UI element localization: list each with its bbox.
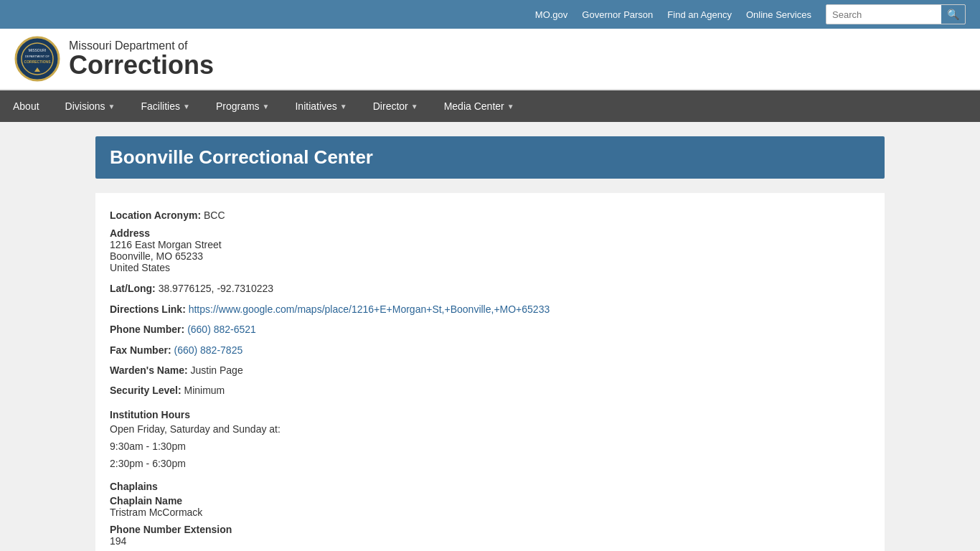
nav-initiatives[interactable]: Initiatives ▼ (282, 90, 359, 122)
svg-text:DEPARTMENT OF: DEPARTMENT OF (25, 55, 50, 58)
phone-label: Phone Number: (110, 324, 184, 335)
hours-morning: 9:30am - 1:30pm (110, 441, 870, 452)
search-wrapper: 🔍 (826, 4, 966, 24)
chevron-down-icon: ▼ (507, 103, 514, 110)
latlong-label: Lat/Long: (110, 283, 156, 294)
topbar-governor[interactable]: Governor Parson (582, 9, 653, 20)
address-label: Address (110, 227, 870, 239)
hours-intro: Open Friday, Saturday and Sunday at: (110, 423, 870, 435)
nav-about[interactable]: About (0, 90, 52, 122)
chaplains-header: Chaplains (110, 481, 870, 492)
header-text: Missouri Department of Corrections (69, 39, 214, 78)
latlong-value: 38.9776125, -92.7310223 (159, 283, 273, 294)
nav-facilities[interactable]: Facilities ▼ (128, 90, 203, 122)
directions-label: Directions Link: (110, 303, 186, 315)
nav-programs[interactable]: Programs ▼ (203, 90, 283, 122)
nav-media-center[interactable]: Media Center ▼ (431, 90, 527, 122)
address-line2: Boonville, MO 65233 (110, 250, 870, 262)
nav-divisions[interactable]: Divisions ▼ (52, 90, 128, 122)
page-title: Boonville Correctional Center (95, 136, 885, 179)
location-acronym-value: BCC (204, 209, 225, 221)
location-acronym-label: Location Acronym: (110, 209, 201, 221)
chevron-down-icon: ▼ (108, 103, 116, 110)
warden-value: Justin Page (191, 364, 243, 376)
chevron-down-icon: ▼ (183, 103, 190, 110)
chevron-down-icon: ▼ (263, 103, 270, 110)
chevron-down-icon: ▼ (340, 103, 347, 110)
institution-hours-header: Institution Hours (110, 409, 870, 420)
nav-director[interactable]: Director ▼ (360, 90, 431, 122)
phone-row: Phone Number: (660) 882-6521 (110, 321, 870, 337)
search-button[interactable]: 🔍 (941, 5, 965, 24)
address-line1: 1216 East Morgan Street (110, 239, 870, 250)
address-line3: United States (110, 262, 870, 273)
site-header: MISSOURI DEPARTMENT OF CORRECTIONS Misso… (0, 29, 980, 90)
topbar-find-agency[interactable]: Find an Agency (667, 9, 732, 20)
main-content: Boonville Correctional Center Location A… (81, 136, 899, 551)
security-label: Security Level: (110, 385, 182, 396)
main-nav: About Divisions ▼ Facilities ▼ Programs … (0, 90, 980, 122)
hours-afternoon: 2:30pm - 6:30pm (110, 458, 870, 469)
topbar-online-services[interactable]: Online Services (746, 9, 811, 20)
address-block: Address 1216 East Morgan Street Boonvill… (110, 227, 870, 273)
location-acronym-row: Location Acronym: BCC (110, 207, 870, 223)
chaplain-name-value: Tristram McCormack (110, 507, 870, 518)
facility-detail: Location Acronym: BCC Address 1216 East … (95, 193, 885, 551)
security-row: Security Level: Minimum (110, 382, 870, 398)
agency-logo: MISSOURI DEPARTMENT OF CORRECTIONS (14, 36, 60, 82)
security-value: Minimum (184, 385, 225, 396)
fax-link[interactable]: (660) 882-7825 (174, 344, 242, 356)
directions-row: Directions Link: https://www.google.com/… (110, 301, 870, 317)
warden-label: Warden's Name: (110, 364, 188, 376)
svg-text:CORRECTIONS: CORRECTIONS (24, 60, 52, 64)
topbar-mo-gov[interactable]: MO.gov (535, 9, 568, 20)
chevron-down-icon: ▼ (411, 103, 418, 110)
latlong-row: Lat/Long: 38.9776125, -92.7310223 (110, 281, 870, 296)
chaplain-phone-label: Phone Number Extension (110, 524, 870, 535)
top-bar: MO.gov Governor Parson Find an Agency On… (0, 0, 980, 29)
directions-link[interactable]: https://www.google.com/maps/place/1216+E… (189, 303, 550, 315)
brand-name: Corrections (69, 52, 214, 78)
fax-row: Fax Number: (660) 882-7825 (110, 342, 870, 358)
svg-text:MISSOURI: MISSOURI (29, 48, 47, 52)
search-input[interactable] (826, 6, 941, 23)
phone-link[interactable]: (660) 882-6521 (187, 324, 256, 335)
chaplain-name-label: Chaplain Name (110, 495, 870, 507)
chaplain-phone-value: 194 (110, 535, 870, 547)
svg-point-0 (16, 37, 59, 80)
fax-label: Fax Number: (110, 344, 171, 356)
warden-row: Warden's Name: Justin Page (110, 362, 870, 378)
